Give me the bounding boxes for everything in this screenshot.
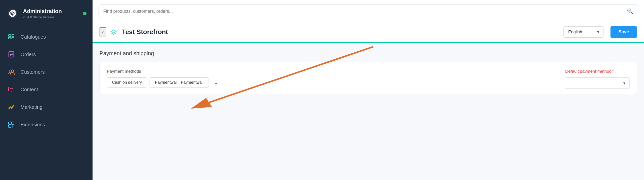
sidebar-item-label-extensions: Extensions (21, 122, 45, 128)
layers-icon (110, 29, 117, 35)
app-version: v6.4.0 Stable Version (23, 15, 79, 19)
search-bar: 🔍 (93, 0, 644, 22)
sidebar-item-extensions[interactable]: Extensions (0, 116, 93, 133)
sidebar-header: Administration v6.4.0 Stable Version (0, 0, 93, 26)
sidebar-item-customers[interactable]: Customers (0, 63, 93, 81)
app-title: Administration (23, 8, 79, 15)
svg-point-11 (12, 70, 14, 72)
svg-rect-19 (12, 122, 14, 124)
page-title: Test Storefront (122, 28, 559, 36)
page-header: ‹ Test Storefront English French German … (93, 22, 644, 43)
svg-rect-5 (12, 37, 14, 39)
sidebar-item-catalogues[interactable]: Catalogues (0, 28, 93, 46)
customers-icon (7, 68, 16, 76)
payment-card: Payment methods Cash on delivery Payment… (100, 62, 637, 94)
status-dot (83, 12, 87, 15)
svg-rect-18 (9, 122, 11, 124)
sidebar-item-marketing[interactable]: Marketing (0, 98, 93, 116)
marketing-icon (7, 103, 16, 111)
required-asterisk: * (612, 69, 614, 74)
svg-marker-16 (9, 105, 14, 109)
payment-methods-dropdown-button[interactable]: ⌄ (211, 78, 221, 87)
payment-methods-section: Payment methods Cash on delivery Payment… (107, 69, 555, 87)
back-button[interactable]: ‹ (100, 27, 106, 37)
svg-rect-4 (9, 37, 11, 39)
svg-rect-2 (9, 35, 11, 36)
payment-tags: Cash on delivery Paymentwall | Paymentwa… (107, 77, 555, 87)
content-icon (7, 85, 16, 94)
sidebar-nav: Catalogues Orders (0, 26, 93, 180)
payment-methods-label: Payment methods (107, 69, 555, 74)
default-payment-select[interactable]: Cash on delivery Paymentwall | Paymentwa… (565, 78, 629, 88)
sidebar-item-label-orders: Orders (21, 52, 36, 57)
extensions-icon (7, 120, 16, 129)
svg-rect-3 (12, 35, 14, 36)
save-button[interactable]: Save (610, 26, 637, 38)
payment-tag-paymentwall[interactable]: Paymentwall | Paymentwall (150, 77, 209, 87)
sidebar-item-label-customers: Customers (21, 69, 45, 75)
language-select[interactable]: English French German Spanish (563, 26, 603, 38)
sidebar: Administration v6.4.0 Stable Version Cat… (0, 0, 93, 180)
default-payment-label: Default payment method* (565, 69, 630, 74)
svg-rect-20 (9, 125, 11, 127)
sidebar-item-orders[interactable]: Orders (0, 46, 93, 63)
sidebar-item-label-content: Content (21, 87, 38, 93)
sidebar-item-label-catalogues: Catalogues (21, 34, 46, 40)
svg-point-17 (13, 105, 14, 106)
svg-rect-12 (9, 87, 14, 91)
search-input[interactable] (103, 9, 627, 14)
sidebar-item-label-marketing: Marketing (21, 104, 43, 110)
payment-tag-cash[interactable]: Cash on delivery (107, 77, 147, 87)
default-payment-section: Default payment method* Cash on delivery… (565, 69, 630, 89)
orders-icon (7, 50, 16, 59)
lang-select-wrapper: English French German Spanish ▼ (563, 26, 603, 38)
sidebar-title-block: Administration v6.4.0 Stable Version (23, 8, 79, 19)
default-payment-select-wrapper: Cash on delivery Paymentwall | Paymentwa… (565, 77, 630, 89)
app-logo (6, 7, 19, 20)
search-icon[interactable]: 🔍 (627, 8, 633, 14)
catalogue-icon (7, 33, 16, 41)
sidebar-item-content[interactable]: Content (0, 81, 93, 98)
main-content: 🔍 ‹ Test Storefront English French Germa… (93, 0, 644, 180)
search-wrapper: 🔍 (99, 5, 638, 18)
svg-point-10 (9, 70, 12, 72)
content-area: Payment and shipping Payment methods Cas… (93, 43, 644, 180)
section-title: Payment and shipping (100, 50, 637, 57)
